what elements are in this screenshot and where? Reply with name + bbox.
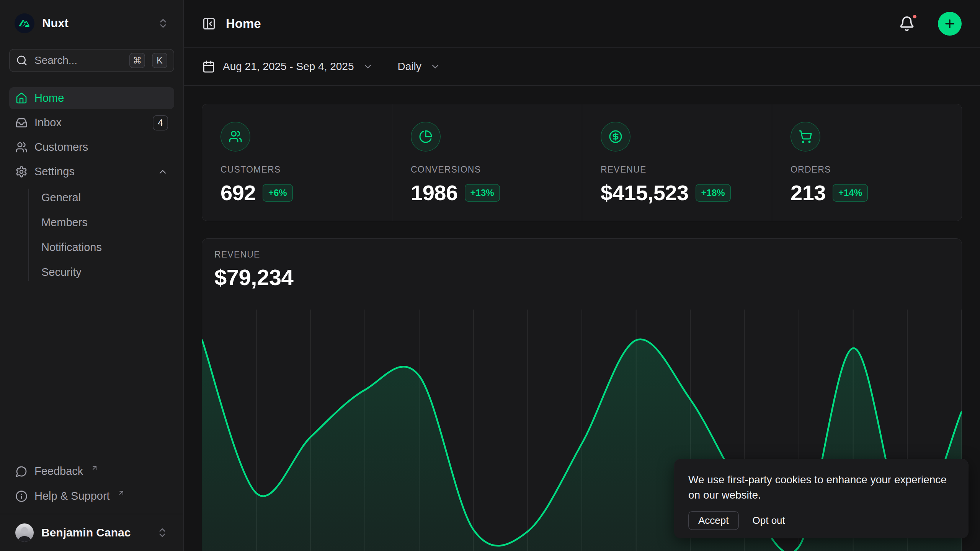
date-range-button[interactable]: Aug 21, 2025 - Sep 4, 2025 [202, 60, 373, 73]
stat-label: REVENUE [601, 165, 753, 175]
chevron-down-icon [363, 61, 373, 72]
stat-customers: CUSTOMERS 692 +6% [202, 104, 392, 221]
nuxt-logo-icon [15, 13, 34, 33]
settings-submenu: General Members Notifications Security [9, 186, 174, 283]
sidebar-collapse-button[interactable] [202, 17, 216, 31]
message-circle-icon [15, 465, 28, 478]
stat-delta-badge: +6% [263, 184, 293, 202]
stat-label: CONVERSIONS [411, 165, 564, 175]
opt-out-button[interactable]: Opt out [749, 511, 789, 530]
external-link-arrow-icon [118, 489, 125, 497]
user-name: Benjamin Canac [41, 526, 149, 539]
sidebar-item-settings[interactable]: Settings [9, 161, 174, 183]
sidebar-item-customers[interactable]: Customers [9, 136, 174, 158]
avatar [15, 523, 34, 542]
chevrons-up-down-icon [157, 18, 169, 29]
inbox-count-badge: 4 [153, 115, 168, 130]
plus-icon [943, 17, 956, 30]
inbox-icon [15, 117, 28, 129]
search-placeholder: Search... [34, 54, 122, 67]
gear-icon [15, 166, 28, 178]
sidebar: Nuxt Search... ⌘ K Home Inbox 4 Customer… [0, 0, 184, 551]
stat-revenue: REVENUE $415,523 +18% [582, 104, 772, 221]
users-icon [15, 141, 28, 153]
topbar: Home [184, 0, 980, 48]
search-input[interactable]: Search... ⌘ K [9, 49, 174, 72]
revenue-chart-header: REVENUE $79,234 [202, 239, 962, 290]
sidebar-item-notifications[interactable]: Notifications [9, 236, 174, 258]
stat-label: CUSTOMERS [220, 165, 374, 175]
house-icon [15, 92, 28, 104]
team-name: Nuxt [42, 16, 150, 30]
sidebar-spacer [9, 283, 174, 460]
granularity-select[interactable]: Daily [398, 60, 441, 73]
sidebar-nav: Home Inbox 4 Customers Settings General … [9, 87, 174, 283]
stat-label: ORDERS [791, 165, 943, 175]
page-title: Home [226, 16, 889, 31]
sidebar-item-feedback[interactable]: Feedback [9, 460, 174, 482]
sidebar-item-home[interactable]: Home [9, 87, 174, 109]
filters-toolbar: Aug 21, 2025 - Sep 4, 2025 Daily [184, 48, 980, 86]
sidebar-item-general[interactable]: General [9, 186, 174, 209]
sidebar-item-inbox[interactable]: Inbox 4 [9, 112, 174, 134]
cookie-banner: We use first-party cookies to enhance yo… [675, 459, 968, 538]
chevron-up-icon [157, 166, 168, 177]
stat-value: 213 [791, 180, 826, 205]
accept-button[interactable]: Accept [688, 511, 739, 530]
cookie-message: We use first-party cookies to enhance yo… [688, 472, 954, 503]
stat-delta-badge: +14% [833, 184, 868, 202]
search-icon [16, 55, 28, 66]
users-stat-icon [220, 122, 250, 152]
revenue-chart-value: $79,234 [214, 264, 949, 290]
submenu-guide-line [28, 189, 29, 281]
kbd-k: K [152, 53, 167, 68]
stat-orders: ORDERS 213 +14% [772, 104, 962, 221]
sidebar-footer-nav: Feedback Help & Support [9, 460, 174, 514]
sidebar-item-members[interactable]: Members [9, 211, 174, 233]
stat-delta-badge: +18% [696, 184, 731, 202]
revenue-chart-label: REVENUE [214, 249, 949, 260]
stats-card: CUSTOMERS 692 +6% CONVERSIONS 1986 +13% [202, 104, 962, 221]
dollar-circle-icon [601, 122, 630, 152]
stat-delta-badge: +13% [465, 184, 500, 202]
pie-chart-icon [411, 122, 441, 152]
stat-value: 1986 [411, 180, 458, 205]
user-menu[interactable]: Benjamin Canac [0, 514, 183, 551]
panel-left-close-icon [202, 17, 216, 31]
calendar-icon [202, 60, 215, 73]
kbd-cmd: ⌘ [129, 53, 145, 68]
shopping-cart-icon [791, 122, 820, 152]
info-circle-icon [15, 490, 28, 502]
team-switcher[interactable]: Nuxt [9, 7, 174, 40]
sidebar-item-security[interactable]: Security [9, 261, 174, 283]
chevron-down-icon [430, 61, 441, 72]
stat-value: 692 [220, 180, 256, 205]
stat-value: $415,523 [601, 180, 689, 205]
stat-conversions: CONVERSIONS 1986 +13% [392, 104, 582, 221]
external-link-arrow-icon [91, 464, 98, 472]
add-button[interactable] [938, 12, 962, 36]
sidebar-item-help-support[interactable]: Help & Support [9, 485, 174, 507]
chevrons-up-down-icon [157, 527, 168, 538]
notification-dot [911, 13, 918, 20]
